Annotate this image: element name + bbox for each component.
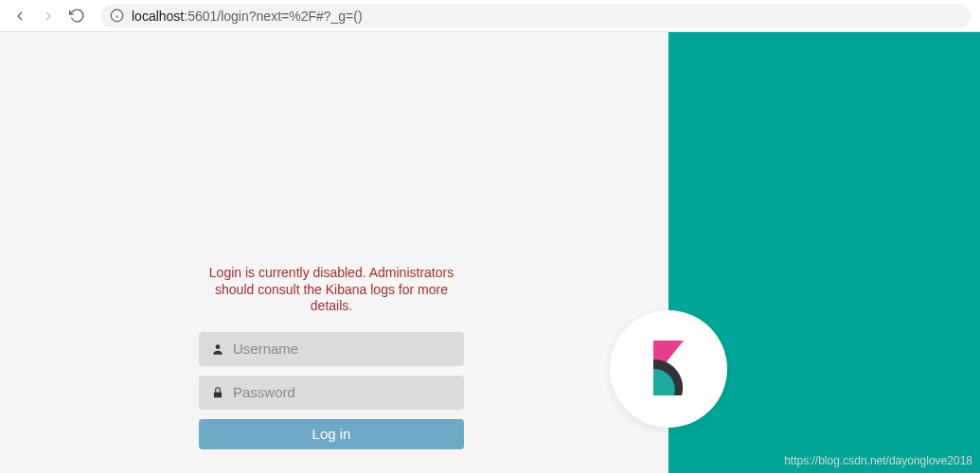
browser-toolbar: localhost:5601/login?next=%2F#?_g=() bbox=[0, 0, 980, 32]
username-field-wrapper[interactable] bbox=[199, 332, 464, 366]
info-icon bbox=[110, 9, 124, 23]
username-input[interactable] bbox=[233, 341, 454, 357]
back-button[interactable] bbox=[9, 6, 30, 26]
password-input[interactable] bbox=[233, 384, 454, 400]
svg-point-3 bbox=[216, 344, 221, 349]
login-button[interactable]: Log in bbox=[199, 419, 464, 449]
url-text: localhost:5601/login?next=%2F#?_g=() bbox=[132, 9, 363, 24]
login-form: Login is currently disabled. Administrat… bbox=[199, 265, 464, 449]
login-error-message: Login is currently disabled. Administrat… bbox=[199, 265, 464, 315]
svg-rect-4 bbox=[214, 392, 222, 397]
kibana-logo-icon bbox=[646, 341, 691, 397]
watermark-text: https://blog.csdn.net/dayonglove2018 bbox=[784, 454, 972, 467]
login-pane: Login is currently disabled. Administrat… bbox=[0, 32, 668, 473]
reload-button[interactable] bbox=[66, 6, 87, 26]
url-path: :5601/login?next=%2F#?_g=() bbox=[184, 9, 362, 24]
url-host: localhost bbox=[132, 9, 184, 24]
user-icon bbox=[208, 342, 227, 356]
password-field-wrapper[interactable] bbox=[199, 376, 464, 410]
page-content: Login is currently disabled. Administrat… bbox=[0, 32, 980, 473]
address-bar[interactable]: localhost:5601/login?next=%2F#?_g=() bbox=[100, 4, 971, 28]
kibana-logo-circle bbox=[610, 310, 727, 428]
brand-pane: https://blog.csdn.net/dayonglove2018 bbox=[668, 32, 980, 473]
lock-icon bbox=[208, 386, 227, 399]
forward-button[interactable] bbox=[38, 6, 59, 26]
